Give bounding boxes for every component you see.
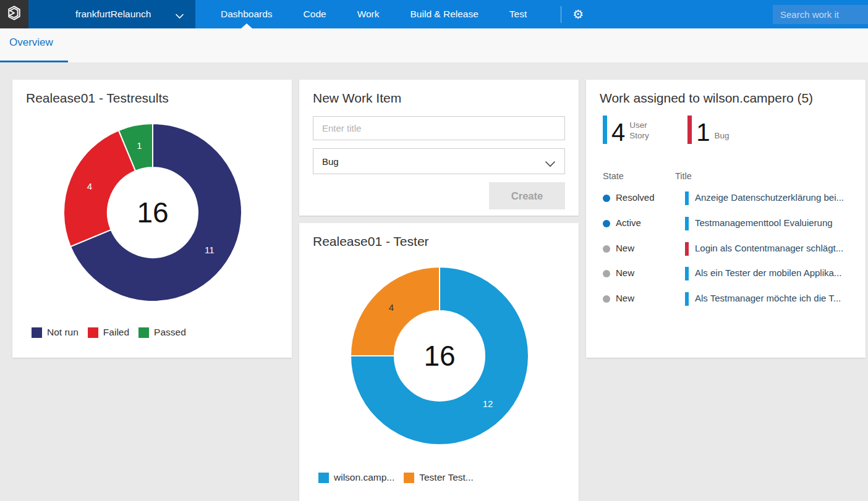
nav-tab-work[interactable]: Work	[342, 0, 395, 28]
work-item-title-link[interactable]: Anzeige Datenschutzerklärung bei...	[695, 192, 844, 203]
legend-label: Tester Test...	[419, 472, 474, 483]
work-item-type-bar	[685, 267, 689, 280]
work-item-type-bar	[685, 217, 689, 230]
work-item-title-link[interactable]: Login als Contentmanager schlägt...	[695, 243, 843, 253]
column-header-state: State	[603, 171, 624, 181]
work-item-title-link[interactable]: Als ein Tester der mobilen Applika...	[695, 267, 841, 278]
project-name: frankfurtRelaunch	[75, 9, 151, 20]
vsts-logo-icon	[5, 4, 23, 25]
work-item-title-input[interactable]	[313, 116, 565, 140]
legend-swatch-failed	[88, 327, 98, 338]
svg-text:1: 1	[137, 140, 142, 151]
widget-title-new-work-item: New Work Item	[313, 91, 401, 106]
create-button[interactable]: Create	[489, 182, 565, 209]
work-item-row[interactable]: ActiveTestmanagementtool Evaluierung	[586, 211, 866, 237]
tab-overview[interactable]: Overview	[9, 36, 53, 49]
active-tab-underline	[0, 61, 68, 62]
count-user-story[interactable]: 4 User Story	[603, 116, 655, 144]
work-item-type-value: Bug	[322, 156, 339, 167]
chevron-down-icon	[545, 159, 556, 169]
testresults-legend: Not run Failed Passed	[32, 327, 186, 338]
count-bug[interactable]: 1 Bug	[687, 116, 729, 144]
column-header-title: Title	[675, 171, 692, 181]
bug-label: Bug	[715, 131, 730, 144]
svg-text:16: 16	[423, 340, 455, 372]
widget-new-work-item: New Work Item Bug Create	[299, 80, 579, 216]
state-dot-icon	[603, 295, 610, 303]
legend-item: Passed	[138, 327, 186, 338]
work-item-state: New	[616, 293, 634, 303]
legend-swatch-notrun	[32, 327, 42, 338]
dashboard-tabs-row: Overview	[0, 28, 868, 62]
work-item-row[interactable]: NewAls ein Tester der mobilen Applika...	[586, 261, 866, 287]
svg-text:16: 16	[137, 196, 168, 229]
testresults-donut-chart[interactable]: 114116	[12, 112, 292, 316]
work-item-state: New	[616, 243, 634, 253]
work-item-title-link[interactable]: Testmanagementtool Evaluierung	[695, 217, 833, 228]
state-dot-icon	[603, 220, 610, 227]
work-item-row[interactable]: NewLogin als Contentmanager schlägt...	[586, 237, 866, 262]
user-story-color-bar	[603, 116, 607, 144]
widget-title-testresults[interactable]: Realease01 - Testresults	[26, 91, 169, 106]
navbar-separator	[561, 6, 561, 23]
vsts-logo[interactable]	[0, 0, 28, 28]
work-item-type-bar	[685, 242, 689, 256]
work-item-state: New	[616, 267, 634, 278]
widget-work-assigned: Work assigned to wilson.campero (5) 4 Us…	[586, 80, 866, 358]
gear-icon[interactable]: ⚙	[572, 8, 584, 20]
state-dot-icon	[603, 195, 610, 202]
work-item-row[interactable]: ResolvedAnzeige Datenschutzerklärung bei…	[586, 186, 866, 211]
widget-title-tester[interactable]: Realease01 - Tester	[313, 234, 429, 249]
legend-label: Passed	[154, 327, 186, 338]
nav-tab-test[interactable]: Test	[494, 0, 542, 28]
work-item-state: Resolved	[616, 192, 655, 203]
legend-label: wilson.camp...	[334, 472, 394, 483]
widget-title-work-assigned[interactable]: Work assigned to wilson.campero (5)	[600, 91, 813, 106]
work-item-type-bar	[685, 292, 689, 306]
state-dot-icon	[603, 245, 610, 253]
tester-donut-chart[interactable]: 12416	[299, 255, 579, 459]
svg-text:12: 12	[483, 398, 493, 409]
legend-item: Tester Test...	[404, 472, 474, 483]
project-selector[interactable]: frankfurtRelaunch	[28, 0, 195, 28]
user-story-count: 4	[611, 120, 625, 144]
legend-label: Failed	[103, 327, 129, 338]
work-item-row[interactable]: NewAls Testmanager möchte ich die T...	[586, 287, 866, 312]
legend-label: Not run	[47, 327, 79, 338]
top-navbar: frankfurtRelaunch DashboardsCodeWorkBuil…	[0, 0, 868, 28]
chevron-down-icon	[175, 11, 184, 22]
work-item-counts: 4 User Story 1 Bug	[603, 116, 730, 144]
legend-swatch-passed	[138, 327, 149, 338]
nav-tab-dashboards[interactable]: Dashboards	[205, 0, 288, 28]
work-item-type-bar	[685, 192, 689, 205]
work-item-list: ResolvedAnzeige Datenschutzerklärung bei…	[586, 186, 866, 312]
svg-text:4: 4	[389, 302, 394, 313]
legend-item: Failed	[88, 327, 129, 338]
work-item-title-link[interactable]: Als Testmanager möchte ich die T...	[695, 293, 841, 303]
legend-item: wilson.camp...	[318, 472, 394, 483]
user-story-label: User Story	[629, 120, 655, 144]
svg-text:11: 11	[205, 245, 215, 255]
nav-tab-code[interactable]: Code	[288, 0, 342, 28]
widget-tester: Realease01 - Tester 12416 wilson.camp...…	[299, 223, 579, 501]
legend-swatch-wilson	[318, 473, 329, 483]
widget-testresults: Realease01 - Testresults 114116 Not run …	[12, 80, 292, 358]
bug-color-bar	[687, 116, 692, 144]
tester-legend: wilson.camp... Tester Test...	[318, 472, 474, 483]
state-dot-icon	[603, 270, 610, 277]
work-item-state: Active	[616, 217, 641, 228]
nav-tab-build-release[interactable]: Build & Release	[395, 0, 494, 28]
work-item-type-select[interactable]: Bug	[313, 148, 565, 174]
bug-count: 1	[696, 120, 710, 144]
nav-tabs: DashboardsCodeWorkBuild & ReleaseTest	[205, 0, 542, 28]
svg-text:4: 4	[87, 181, 92, 192]
legend-item: Not run	[32, 327, 79, 338]
legend-swatch-tester	[404, 473, 414, 483]
search-input[interactable]	[773, 5, 868, 24]
